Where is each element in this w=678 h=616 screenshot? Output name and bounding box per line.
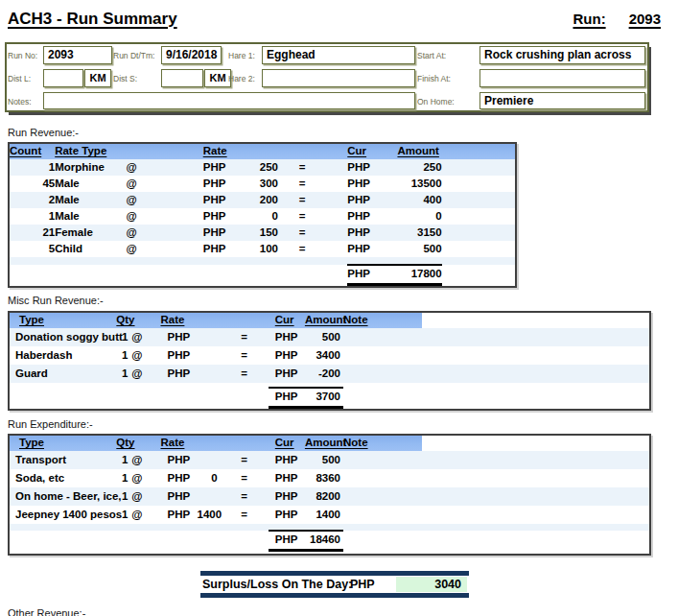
table-header-row: Count Rate Type Rate Cur Amount (9, 143, 516, 159)
hare1-label: Hare 1: (228, 51, 255, 60)
col-header-rate: Rate (203, 145, 227, 156)
col-header-cur: Cur (347, 145, 366, 156)
table-row: On home - Beer, ice,1@PHP=PHP8200 (9, 487, 650, 506)
run-dt-field[interactable]: 9/16/2018 (161, 46, 222, 64)
run-revenue-table: Count Rate Type Rate Cur Amount 1Morphin… (8, 142, 517, 288)
other-revenue-heading: Other Revenue:- (8, 607, 85, 616)
col-header-rate-type: Rate Type (55, 145, 106, 156)
misc-revenue-table: Type Qty Rate Cur Amount Note Donation s… (8, 311, 651, 411)
page-title: ACH3 - Run Summary (8, 10, 177, 29)
table-row: 45Male@PHP300=PHP13500 (9, 176, 516, 192)
run-header-form: Run No: 2093 Run Dt/Tm: 9/16/2018 Hare 1… (5, 42, 649, 112)
notes-field[interactable] (43, 92, 415, 109)
surplus-top-bar (200, 571, 469, 576)
surplus-currency: PHP (350, 577, 375, 592)
table-row: Guard1@PHP=PHP-200 (9, 365, 650, 383)
col-header-qty: Qty (116, 314, 134, 325)
total-amount: 18460 (305, 531, 343, 550)
table-row: Haberdash1@PHP=PHP3400 (9, 346, 650, 365)
total-amount: 3700 (305, 388, 343, 407)
surplus-label: Surplus/Loss On The Day: (202, 577, 352, 592)
start-at-field[interactable]: Rock crushing plan across (479, 46, 645, 64)
run-number: 2093 (629, 11, 661, 27)
run-dt-label: Run Dt/Tm: (113, 51, 154, 60)
finish-at-label: Finish At: (417, 74, 451, 83)
col-header-rate: Rate (160, 437, 184, 448)
finish-at-field[interactable] (479, 69, 645, 87)
run-header: Run: 2093 (573, 11, 661, 27)
dist-s-field[interactable] (161, 69, 203, 87)
table-row: 1Male@PHP0=PHP0 (9, 208, 516, 225)
table-header-row: Type Qty Rate Cur Amount Note (9, 312, 650, 328)
table-row: 21Female@PHP150=PHP3150 (9, 225, 516, 241)
col-header-qty: Qty (116, 437, 134, 448)
table-row: Soda, etc1@PHP0=PHP8360 (9, 469, 650, 487)
run-revenue-heading: Run Revenue:- (8, 127, 79, 138)
spacer-row (9, 257, 516, 265)
col-header-type: Type (19, 437, 44, 448)
col-header-amount: Amount (305, 314, 346, 325)
misc-revenue-heading: Misc Run Revenue:- (8, 295, 104, 306)
table-row: Jeepney 1400 pesos1@PHP1400=PHP1400 (9, 506, 650, 524)
col-header-rate: Rate (160, 314, 184, 325)
hare2-label: Hare 2: (228, 74, 255, 83)
col-header-cur: Cur (275, 437, 294, 448)
total-currency: PHP (269, 388, 305, 407)
run-summary-page: ACH3 - Run Summary Run: 2093 Run No: 209… (0, 0, 678, 616)
col-header-count: Count (10, 145, 41, 156)
expenditure-table: Type Qty Rate Cur Amount Note Transport1… (8, 434, 651, 556)
col-header-amount: Amount (397, 145, 438, 156)
title-row: ACH3 - Run Summary Run: 2093 (8, 10, 661, 29)
expenditure-total-row: PHP 18460 (9, 531, 650, 550)
hare2-field[interactable] (262, 69, 415, 87)
notes-label: Notes: (8, 97, 32, 107)
total-amount: 17800 (397, 265, 441, 284)
surplus-bottom-bar (200, 593, 469, 598)
col-header-note: Note (343, 437, 368, 448)
dist-l-field[interactable] (43, 69, 83, 87)
dist-l-label: Dist L: (8, 74, 31, 83)
table-row: Transport1@PHP=PHP500 (9, 451, 650, 469)
table-row: 5Child@PHP100=PHP500 (9, 241, 516, 257)
total-currency: PHP (269, 531, 305, 550)
col-header-amount: Amount (305, 437, 346, 448)
table-row: 2Male@PHP200=PHP400 (9, 192, 516, 208)
surplus-box: Surplus/Loss On The Day: PHP 3040 (200, 571, 469, 598)
col-header-cur: Cur (275, 314, 294, 325)
spacer-row (9, 524, 650, 531)
surplus-amount: 3040 (396, 577, 467, 592)
misc-revenue-total-row: PHP 3700 (9, 388, 650, 407)
on-home-field[interactable]: Premiere (479, 92, 645, 109)
dist-s-label: Dist S: (113, 74, 137, 83)
table-row: 1Morphine@PHP250=PHP250 (9, 159, 516, 176)
run-label: Run: (573, 11, 605, 27)
col-header-type: Type (19, 314, 44, 325)
dist-s-unit: KM (204, 69, 231, 87)
run-no-label: Run No: (8, 51, 37, 60)
table-row: Donation soggy butt1@PHP=PHP500 (9, 328, 650, 346)
expenditure-heading: Run Expenditure:- (8, 418, 93, 430)
total-currency: PHP (347, 265, 397, 284)
run-revenue-total-row: PHP 17800 (9, 265, 516, 284)
col-header-note: Note (343, 314, 368, 325)
dist-l-unit: KM (84, 69, 111, 87)
start-at-label: Start At: (417, 51, 446, 60)
hare1-field[interactable]: Egghead (262, 46, 415, 64)
run-no-field[interactable]: 2093 (43, 46, 112, 64)
on-home-label: On Home: (417, 97, 455, 107)
table-header-row: Type Qty Rate Cur Amount Note (9, 435, 650, 451)
